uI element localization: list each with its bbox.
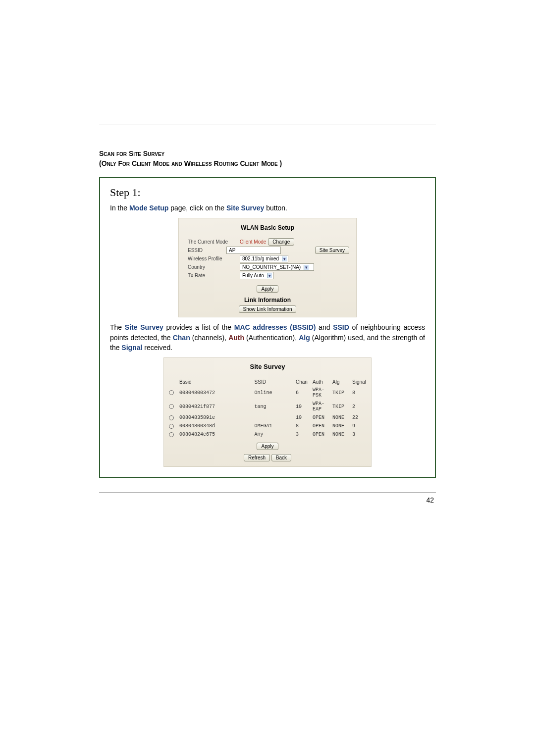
current-mode-label: The Current Mode xyxy=(183,239,240,245)
t: provides a list of the xyxy=(163,323,234,331)
site-survey-table: Bssid SSID Chan Auth Alg Signal 00804800… xyxy=(167,378,368,439)
site-survey-kw: Site Survey xyxy=(226,204,264,212)
cell-ssid: tang xyxy=(253,400,294,413)
kw-chan: Chan xyxy=(173,334,190,342)
cell-bssid: 00804821f877 xyxy=(177,400,253,413)
cell-signal: 9 xyxy=(350,422,368,430)
th-bssid: Bssid xyxy=(177,378,253,386)
site-survey-title: Site Survey xyxy=(167,361,368,378)
link-info-title: Link Information xyxy=(183,293,352,305)
row-radio[interactable] xyxy=(169,424,174,429)
cell-bssid: 008048003472 xyxy=(177,386,253,400)
table-row[interactable]: 00804821f877tang10WPA-EAPTKIP2 xyxy=(167,400,368,413)
wlan-title: WLAN Basic Setup xyxy=(183,222,352,237)
cell-alg: TKIP xyxy=(330,400,350,413)
kw-ssid: SSID xyxy=(333,323,349,331)
table-row[interactable]: 00804835891e10OPENNONE22 xyxy=(167,413,368,422)
intro-text: In the Mode Setup page, click on the Sit… xyxy=(110,203,425,213)
cell-signal: 22 xyxy=(350,413,368,422)
row-radio[interactable] xyxy=(169,390,174,395)
cell-signal: 8 xyxy=(350,386,368,400)
t: (Authentication), xyxy=(244,334,299,342)
cell-signal: 2 xyxy=(350,400,368,413)
th-auth: Auth xyxy=(311,378,330,386)
kw-alg: Alg xyxy=(299,334,310,342)
cell-ssid: Any xyxy=(253,430,294,439)
kw-signal: Signal xyxy=(121,344,142,352)
cell-auth: OPEN xyxy=(311,413,330,422)
current-mode-value: Client Mode xyxy=(240,239,266,245)
wireless-profile-select[interactable]: 802.11b/g mixed xyxy=(240,255,288,262)
change-button[interactable]: Change xyxy=(268,238,294,246)
cell-chan: 8 xyxy=(294,422,311,430)
row-radio[interactable] xyxy=(169,404,174,409)
kw-site-survey: Site Survey xyxy=(125,323,163,331)
cell-auth: OPEN xyxy=(311,422,330,430)
row-radio[interactable] xyxy=(169,415,174,420)
description-text: The Site Survey provides a list of the M… xyxy=(110,322,425,353)
table-row[interactable]: 00804800348dOMEGA18OPENNONE9 xyxy=(167,422,368,430)
cell-alg: NONE xyxy=(330,413,350,422)
cell-chan: 10 xyxy=(294,413,311,422)
cell-chan: 3 xyxy=(294,430,311,439)
show-link-info-button[interactable]: Show Link Information xyxy=(239,305,297,313)
cell-alg: NONE xyxy=(330,422,350,430)
wireless-profile-label: Wireless Profile xyxy=(183,256,240,261)
row-radio[interactable] xyxy=(169,432,174,437)
refresh-button[interactable]: Refresh xyxy=(244,454,270,461)
cell-chan: 6 xyxy=(294,386,311,400)
section-heading: Scan for Site Survey (Only For Client Mo… xyxy=(99,149,436,168)
site-survey-box: Site Survey Bssid SSID Chan Auth Alg Sig… xyxy=(163,357,372,467)
cell-alg: NONE xyxy=(330,430,350,439)
t: The xyxy=(110,323,125,331)
heading-line1: Scan for Site Survey xyxy=(99,150,164,157)
cell-bssid: 00804835891e xyxy=(177,413,253,422)
country-label: Country xyxy=(183,264,240,270)
table-row[interactable]: 00804824c675Any3OPENNONE3 xyxy=(167,430,368,439)
t: (channels), xyxy=(190,334,228,342)
content-panel: Step 1: In the Mode Setup page, click on… xyxy=(99,177,436,478)
essid-label: ESSID xyxy=(183,248,226,253)
cell-alg: TKIP xyxy=(330,386,350,400)
cell-ssid: OMEGA1 xyxy=(253,422,294,430)
t: In the xyxy=(110,204,129,212)
txrate-select[interactable]: Fully Auto xyxy=(240,272,273,279)
kw-auth: Auth xyxy=(228,334,244,342)
essid-input[interactable]: AP xyxy=(226,247,281,254)
cell-auth: WPA-PSK xyxy=(311,386,330,400)
page-number: 42 xyxy=(99,493,436,504)
back-button[interactable]: Back xyxy=(271,454,291,461)
cell-ssid xyxy=(253,413,294,422)
kw-mac: MAC addresses (BSSID) xyxy=(234,323,316,331)
cell-ssid: Online xyxy=(253,386,294,400)
wlan-apply-button[interactable]: Apply xyxy=(257,285,278,293)
step-label: Step 1: xyxy=(110,186,425,199)
cell-bssid: 00804800348d xyxy=(177,422,253,430)
heading-line2: (Only For Client Mode and Wireless Routi… xyxy=(99,159,436,169)
th-signal: Signal xyxy=(350,378,368,386)
th-ssid: SSID xyxy=(253,378,294,386)
th-alg: Alg xyxy=(330,378,350,386)
txrate-label: Tx Rate xyxy=(183,273,240,278)
t: button. xyxy=(264,204,287,212)
t: received. xyxy=(142,344,172,352)
th-chan: Chan xyxy=(294,378,311,386)
survey-apply-button[interactable]: Apply xyxy=(257,443,278,450)
cell-bssid: 00804824c675 xyxy=(177,430,253,439)
cell-chan: 10 xyxy=(294,400,311,413)
cell-auth: OPEN xyxy=(311,430,330,439)
table-row[interactable]: 008048003472Online6WPA-PSKTKIP8 xyxy=(167,386,368,400)
t: and xyxy=(316,323,333,331)
wlan-basic-setup-box: WLAN Basic Setup The Current Mode Client… xyxy=(178,218,357,317)
cell-signal: 3 xyxy=(350,430,368,439)
cell-auth: WPA-EAP xyxy=(311,400,330,413)
site-survey-button[interactable]: Site Survey xyxy=(315,247,349,254)
country-select[interactable]: NO_COUNTRY_SET-(NA) xyxy=(240,263,314,271)
top-divider xyxy=(99,124,436,124)
t: page, click on the xyxy=(168,204,226,212)
mode-setup-kw: Mode Setup xyxy=(129,204,168,212)
